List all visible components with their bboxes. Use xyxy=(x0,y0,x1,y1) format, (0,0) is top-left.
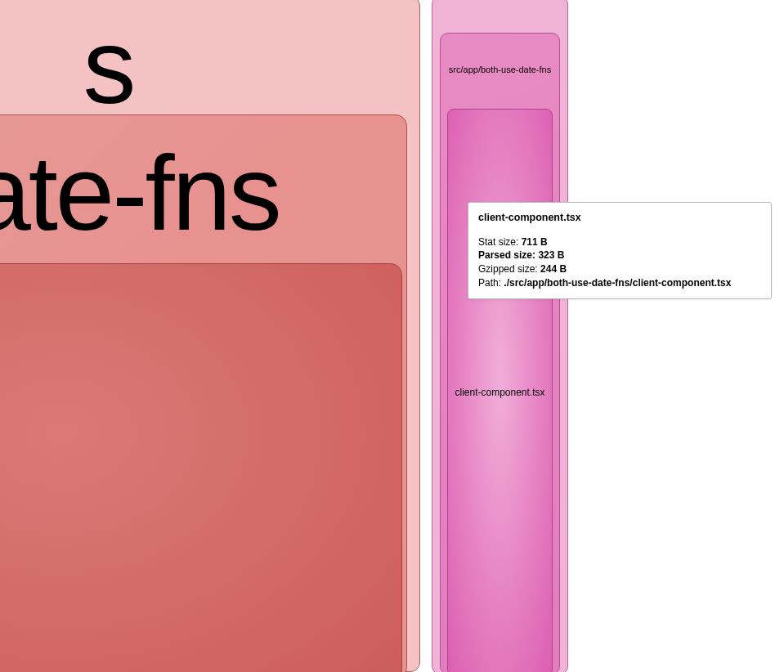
tooltip-path-label: Path: xyxy=(478,277,504,289)
treemap-block-client-component[interactable]: client-component.tsx xyxy=(447,109,553,672)
treemap-block-label: src/app/both-use-date-fns xyxy=(449,65,551,74)
treemap-block-label: client-component.tsx xyxy=(455,387,544,398)
tooltip-stat-size: Stat size: 711 B xyxy=(478,235,761,249)
tooltip-gzipped-value: 244 B xyxy=(540,263,567,275)
tooltip-path: Path: ./src/app/both-use-date-fns/client… xyxy=(478,276,761,290)
tooltip-stat-label: Stat size: xyxy=(478,236,522,248)
treemap-block-label: date-fns xyxy=(0,132,280,254)
tooltip-path-value: ./src/app/both-use-date-fns/client-compo… xyxy=(504,277,731,289)
tooltip-gzipped-size: Gzipped size: 244 B xyxy=(478,262,761,276)
tooltip: client-component.tsx Stat size: 711 B Pa… xyxy=(468,202,772,299)
tooltip-title: client-component.tsx xyxy=(478,211,761,226)
treemap-block-label: s xyxy=(83,5,133,128)
tooltip-parsed-value: 323 B xyxy=(538,249,564,261)
tooltip-stat-value: 711 B xyxy=(522,236,548,248)
treemap-block-date-fns-inner[interactable] xyxy=(0,263,402,672)
tooltip-gzipped-label: Gzipped size: xyxy=(478,263,540,275)
tooltip-parsed-label: Parsed size: xyxy=(478,249,538,261)
tooltip-parsed-size: Parsed size: 323 B xyxy=(478,249,761,262)
